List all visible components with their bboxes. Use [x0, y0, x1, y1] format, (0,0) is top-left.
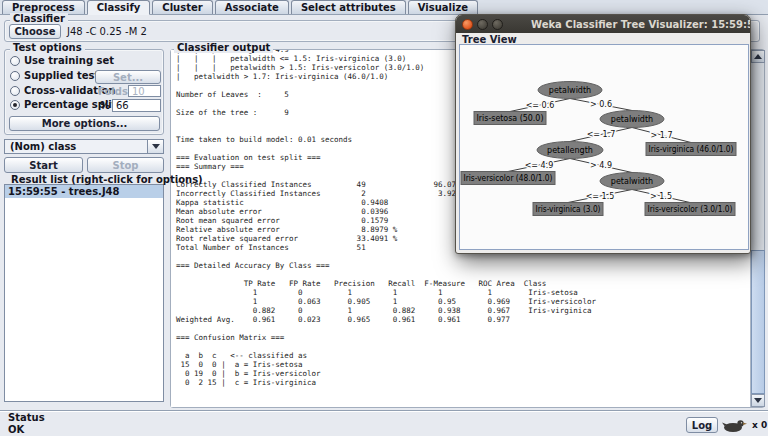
log-button[interactable]: Log [686, 417, 718, 433]
tree-edge-label: > 0.6 [590, 100, 612, 109]
tree-view-panel[interactable]: <= 0.6> 0.6<= 1.7> 1.7<= 4.9> 4.9<= 1.5>… [459, 44, 749, 250]
class-attribute-combobox[interactable]: (Nom) class [4, 139, 164, 154]
percent-label: % [100, 100, 110, 111]
radio-use-training-set-label: Use training set [24, 55, 114, 66]
folds-field[interactable]: 10 [128, 85, 161, 97]
tree-node-label: petalwidth [611, 177, 653, 186]
classifier-spec: J48 -C 0.25 -M 2 [67, 26, 147, 37]
maximize-icon[interactable] [492, 19, 503, 30]
tree-edge-label: > 1.7 [651, 131, 673, 140]
tree-edge-label: > 1.5 [650, 192, 672, 201]
status-divider [0, 410, 768, 412]
scroll-down-icon [754, 398, 762, 403]
tree-edge-label: > 4.9 [590, 161, 612, 170]
tab-bar: Preprocess Classify Cluster Associate Se… [0, 0, 768, 15]
tree-node-label: Iris-virginica (3.0) [536, 205, 601, 214]
scrollbar-thumb[interactable] [751, 250, 765, 394]
weka-counter: x 0 [752, 420, 767, 430]
radio-cross-validation[interactable] [10, 86, 20, 96]
tree-node-label: Iris-versicolor (3.0/1.0) [648, 205, 733, 214]
tab-cluster[interactable]: Cluster [152, 0, 212, 14]
folds-label: Folds [98, 86, 128, 97]
tab-associate[interactable]: Associate [215, 0, 289, 14]
tree-window-title: Weka Classifier Tree Visualizer: 15:59:5… [503, 19, 750, 30]
tab-visualize[interactable]: Visualize [408, 0, 478, 14]
scroll-down-button[interactable] [751, 394, 765, 407]
radio-use-training-set[interactable] [10, 56, 20, 66]
start-button[interactable]: Start [4, 157, 83, 173]
classifier-output-label: Classifier output [174, 42, 273, 53]
percentage-split-field[interactable]: 66 [112, 99, 161, 112]
status-value: OK [8, 424, 24, 435]
output-scrollbar[interactable] [750, 50, 764, 407]
tab-select-attributes[interactable]: Select attributes [291, 0, 406, 14]
tree-node-label: Iris-setosa (50.0) [477, 114, 544, 123]
tree-node-label: petallength [547, 146, 593, 155]
combo-arrow-button[interactable] [147, 140, 163, 153]
test-options-group-label: Test options [10, 42, 85, 53]
more-options-button[interactable]: More options... [9, 116, 160, 131]
tree-node-label: Iris-versicolor (48.0/1.0) [464, 174, 553, 183]
stop-button[interactable]: Stop [87, 157, 164, 173]
result-list-label: Result list (right-click for options) [8, 174, 206, 185]
tree-node-label: petalwidth [549, 86, 591, 95]
set-test-set-button[interactable]: Set... [95, 70, 161, 84]
tree-edge-label: <= 1.7 [587, 130, 616, 139]
tree-edge-label: <= 4.9 [525, 161, 554, 170]
weka-explorer-window: { "colors": { "node_fill": "#7e7e7e", "n… [0, 0, 768, 436]
tab-preprocess[interactable]: Preprocess [2, 0, 85, 14]
result-list-item[interactable]: 15:59:55 - trees.J48 [5, 185, 163, 198]
class-attribute-value: (Nom) class [5, 141, 147, 152]
scroll-up-button[interactable] [751, 50, 765, 63]
result-list: 15:59:55 - trees.J48 [4, 184, 164, 402]
scroll-up-icon [754, 54, 762, 59]
tree-edge-label: <= 0.6 [526, 101, 555, 110]
radio-percentage-split[interactable] [10, 100, 20, 110]
tree-node-label: petalwidth [611, 115, 653, 124]
weka-bird-icon [722, 418, 748, 433]
tab-classify[interactable]: Classify [87, 0, 151, 15]
tree-node-label: Iris-virginica (46.0/1.0) [649, 145, 734, 154]
radio-supplied-test-set[interactable] [10, 71, 20, 81]
classifier-group-label: Classifier [10, 13, 68, 24]
close-icon[interactable] [462, 19, 473, 30]
choose-classifier-button[interactable]: Choose [9, 24, 61, 39]
tree-edge-label: <= 1.5 [586, 192, 615, 201]
status-label: Status [5, 412, 48, 423]
tree-canvas: <= 0.6> 0.6<= 1.7> 1.7<= 4.9> 4.9<= 1.5>… [460, 45, 750, 251]
minimize-icon[interactable] [477, 19, 488, 30]
tree-visualizer-window: Weka Classifier Tree Visualizer: 15:59:5… [455, 14, 751, 254]
tree-window-titlebar[interactable]: Weka Classifier Tree Visualizer: 15:59:5… [456, 15, 750, 33]
chevron-down-icon [152, 144, 160, 149]
